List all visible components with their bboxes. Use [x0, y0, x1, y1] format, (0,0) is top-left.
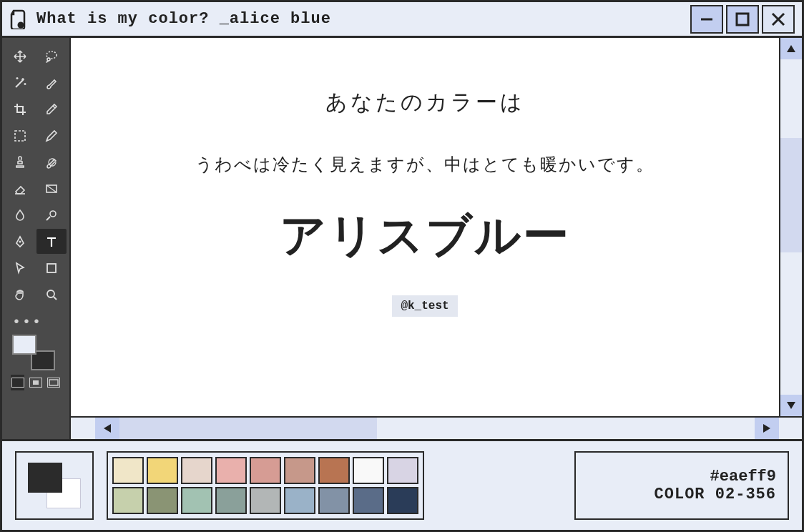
vscroll-thumb[interactable]	[780, 138, 802, 252]
palette-swatch[interactable]	[353, 457, 384, 484]
palette-swatch[interactable]	[284, 457, 315, 484]
scroll-down-icon[interactable]	[780, 395, 802, 416]
zoom-icon[interactable]	[36, 282, 67, 307]
color-palette	[107, 451, 424, 520]
more-tools-icon[interactable]: •••	[8, 314, 64, 330]
canvas-description: うわべは冷たく見えますが、中はとても暖かいです。	[195, 153, 655, 176]
pen-icon[interactable]	[5, 229, 35, 254]
palette-swatch[interactable]	[250, 457, 281, 484]
color-code-label: COLOR 02-356	[655, 486, 776, 503]
palette-swatch[interactable]	[215, 487, 247, 514]
svg-point-0	[18, 21, 24, 28]
svg-rect-2	[737, 14, 748, 25]
color-info: #eaeff9 COLOR 02-356	[574, 451, 789, 520]
move-icon[interactable]	[5, 44, 35, 69]
palette-swatch[interactable]	[147, 457, 178, 484]
palette-swatch[interactable]	[112, 487, 144, 514]
lasso-icon[interactable]	[36, 44, 67, 69]
shape-icon[interactable]	[36, 255, 67, 280]
svg-marker-20	[104, 424, 111, 433]
vertical-scrollbar[interactable]	[779, 38, 802, 416]
palette-swatch[interactable]	[181, 487, 212, 514]
palette-swatch[interactable]	[353, 487, 384, 514]
mode-mask-icon[interactable]	[29, 375, 42, 390]
palette-swatch[interactable]	[284, 487, 315, 514]
svg-rect-7	[15, 131, 25, 141]
bottom-panel: #eaeff9 COLOR 02-356	[2, 439, 802, 530]
horizontal-scrollbar[interactable]	[71, 416, 802, 439]
wand-icon[interactable]	[5, 70, 35, 95]
svg-marker-21	[763, 424, 770, 433]
palette-swatch[interactable]	[181, 457, 212, 484]
hand-icon[interactable]	[5, 282, 35, 307]
window-title: What is my color? _alice blue	[36, 10, 687, 28]
minimize-button[interactable]	[690, 5, 723, 34]
eyedropper-icon[interactable]	[36, 97, 67, 122]
scroll-up-icon[interactable]	[780, 38, 802, 59]
palette-swatch[interactable]	[387, 487, 418, 514]
history-brush-icon[interactable]	[36, 149, 67, 174]
svg-rect-11	[47, 264, 56, 272]
palette-swatch[interactable]	[387, 457, 418, 484]
text-icon[interactable]	[36, 229, 67, 254]
app-window: What is my color? _alice blue •••	[0, 0, 804, 532]
canvas-handle: @k_test	[392, 295, 457, 317]
eraser-icon[interactable]	[5, 176, 35, 201]
palette-swatch[interactable]	[318, 487, 350, 514]
svg-rect-17	[49, 380, 58, 385]
palette-swatch[interactable]	[250, 487, 281, 514]
palette-swatch[interactable]	[112, 457, 144, 484]
pointer-icon[interactable]	[5, 255, 35, 280]
hscroll-thumb[interactable]	[119, 418, 377, 439]
title-bar: What is my color? _alice blue	[2, 2, 802, 38]
canvas-area[interactable]: あなたのカラーは うわべは冷たく見えますが、中はとても暖かいです。 アリスブルー…	[71, 38, 779, 416]
palette-swatch[interactable]	[318, 457, 350, 484]
svg-point-12	[47, 290, 54, 297]
canvas-color-name: アリスブルー	[280, 205, 570, 267]
foreground-background-swatch[interactable]	[12, 335, 55, 370]
svg-rect-13	[11, 378, 24, 388]
mode-standard-icon[interactable]	[11, 375, 24, 390]
canvas-heading: あなたのカラーは	[325, 88, 525, 117]
blur-icon[interactable]	[5, 202, 35, 227]
palette-swatch[interactable]	[215, 457, 247, 484]
svg-point-9	[50, 211, 56, 217]
scroll-right-icon[interactable]	[755, 418, 779, 439]
maximize-button[interactable]	[726, 5, 759, 34]
app-icon	[9, 9, 29, 29]
svg-point-6	[47, 58, 50, 61]
svg-marker-19	[787, 402, 795, 409]
svg-point-10	[19, 240, 21, 242]
toolbox: •••	[2, 38, 71, 439]
palette-swatch[interactable]	[147, 487, 178, 514]
mode-screen-icon[interactable]	[47, 375, 61, 390]
stamp-icon[interactable]	[5, 149, 35, 174]
marquee-icon[interactable]	[5, 123, 35, 148]
close-button[interactable]	[762, 5, 795, 34]
brush-icon[interactable]	[36, 70, 67, 95]
vscroll-track[interactable]	[780, 59, 802, 395]
gradient-icon[interactable]	[36, 176, 67, 201]
scroll-left-icon[interactable]	[95, 418, 119, 439]
dodge-icon[interactable]	[36, 202, 67, 227]
crop-icon[interactable]	[5, 97, 35, 122]
svg-rect-15	[33, 380, 39, 385]
current-color-chip[interactable]	[15, 451, 94, 520]
svg-marker-18	[787, 45, 795, 52]
hscroll-track[interactable]	[119, 418, 755, 439]
pencil-icon[interactable]	[36, 123, 67, 148]
color-hex-label: #eaeff9	[710, 468, 776, 486]
